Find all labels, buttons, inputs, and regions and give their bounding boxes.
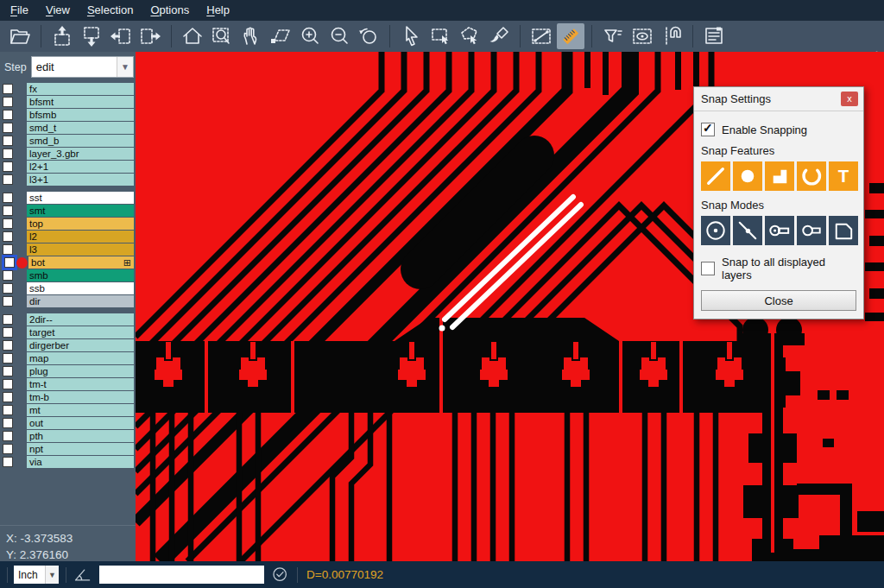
layer-label[interactable]: tm-t — [27, 378, 134, 390]
snap-mode-line-point-button[interactable] — [733, 216, 762, 245]
dialog-close-icon[interactable]: x — [841, 92, 858, 106]
filter-button[interactable] — [599, 23, 627, 49]
angle-mode-button[interactable] — [73, 566, 92, 585]
layer-label[interactable]: smt — [27, 205, 134, 217]
measure-distance-button[interactable] — [527, 23, 555, 49]
unit-select[interactable]: Inch ▼ — [14, 566, 59, 584]
shift-view-left-button[interactable] — [107, 23, 135, 49]
layer-checkbox[interactable] — [3, 314, 13, 325]
layer-label[interactable]: pth — [27, 430, 134, 442]
layer-label[interactable]: dir — [27, 295, 134, 307]
layer-label[interactable]: layer_3.gbr — [27, 148, 134, 160]
layer-checkbox[interactable] — [3, 231, 13, 242]
layer-label[interactable]: top — [27, 218, 134, 230]
layer-checkbox[interactable] — [3, 418, 13, 428]
shift-view-up-button[interactable] — [48, 23, 76, 49]
layer-checkbox[interactable] — [3, 340, 13, 351]
layer-label[interactable]: fx — [27, 83, 134, 95]
snap-mode-slot-side-button[interactable] — [797, 216, 826, 245]
step-select[interactable]: edit ▼ — [31, 56, 134, 78]
layer-checkbox[interactable] — [3, 405, 13, 415]
layer-checkbox[interactable] — [3, 444, 13, 454]
snap-button[interactable] — [658, 23, 685, 49]
layer-checkbox[interactable] — [3, 392, 13, 402]
menu-item-file[interactable]: File — [2, 0, 37, 21]
layer-checkbox[interactable] — [3, 84, 13, 94]
layer-checkbox[interactable] — [3, 218, 13, 229]
pan-hand-button[interactable] — [237, 23, 265, 49]
menu-item-selection[interactable]: Selection — [79, 0, 142, 21]
snap-mode-slot-end-button[interactable] — [765, 216, 794, 245]
layer-label[interactable]: dirgerber — [27, 339, 134, 351]
layer-label[interactable]: via — [27, 456, 134, 468]
shift-view-right-button[interactable] — [136, 23, 164, 49]
layer-checkbox[interactable] — [3, 353, 13, 364]
apply-button[interactable] — [271, 566, 290, 585]
zoom-in-button[interactable] — [296, 23, 324, 49]
zoom-window-button[interactable] — [208, 23, 236, 49]
layer-label[interactable]: l2+1 — [27, 161, 134, 173]
layer-label[interactable]: 2dir-- — [27, 313, 134, 326]
layer-checkbox[interactable] — [3, 205, 13, 216]
layer-checkbox[interactable] — [3, 283, 13, 294]
dialog-title-bar[interactable]: Snap Settings x — [694, 87, 863, 111]
paint-select-button[interactable] — [485, 23, 513, 49]
layer-checkbox[interactable] — [3, 161, 13, 172]
layer-label[interactable]: bfsmt — [27, 96, 134, 108]
home-view-button[interactable] — [179, 23, 206, 49]
layer-checkbox[interactable] — [3, 296, 13, 307]
layer-checkbox[interactable] — [3, 366, 13, 376]
zoom-previous-button[interactable] — [355, 23, 382, 49]
layer-checkbox[interactable] — [3, 457, 13, 467]
report-form-button[interactable] — [700, 23, 728, 49]
menu-item-help[interactable]: Help — [198, 0, 238, 21]
close-button[interactable]: Close — [701, 290, 856, 311]
snap-mode-outline-button[interactable] — [829, 216, 858, 245]
layer-label[interactable]: npt — [27, 443, 134, 455]
snap-feature-arc-button[interactable] — [797, 161, 826, 191]
layer-checkbox[interactable] — [3, 244, 13, 255]
select-rectangle-button[interactable] — [426, 23, 454, 49]
layer-label[interactable]: out — [27, 417, 134, 429]
open-file-button[interactable] — [6, 23, 34, 49]
select-pointer-button[interactable] — [397, 23, 425, 49]
layer-label[interactable]: bfsmb — [27, 109, 134, 121]
snap-feature-text-button[interactable]: T — [829, 161, 858, 191]
layer-label[interactable]: mt — [27, 404, 134, 416]
chevron-down-icon[interactable]: ▼ — [45, 566, 59, 584]
layer-checkbox[interactable] — [3, 379, 13, 389]
view-region-button[interactable] — [628, 23, 656, 49]
layer-label[interactable]: sst — [27, 192, 134, 204]
shift-view-down-button[interactable] — [78, 23, 105, 49]
layer-label[interactable]: tm-b — [27, 391, 134, 403]
layer-checkbox[interactable] — [4, 257, 15, 268]
layer-checkbox[interactable] — [3, 123, 13, 133]
layer-label[interactable]: ssb — [27, 282, 134, 294]
snap-feature-pad-button[interactable] — [733, 161, 762, 191]
layer-label[interactable]: bot ⊞ — [28, 256, 134, 269]
layer-label[interactable]: smb — [27, 269, 134, 281]
snap-feature-line-button[interactable] — [701, 161, 730, 191]
layer-checkbox[interactable] — [3, 270, 13, 281]
zoom-out-button[interactable] — [325, 23, 353, 49]
chevron-down-icon[interactable]: ▼ — [117, 57, 133, 77]
layer-label[interactable]: target — [27, 326, 134, 338]
layer-label[interactable]: map — [27, 352, 134, 364]
layer-checkbox[interactable] — [3, 97, 13, 107]
snap-feature-surface-button[interactable] — [765, 161, 794, 191]
layer-label[interactable]: l3+1 — [27, 174, 134, 186]
layer-checkbox[interactable] — [3, 431, 13, 441]
layer-checkbox[interactable] — [3, 327, 13, 338]
layer-checkbox[interactable] — [3, 174, 13, 185]
zoom-area-button[interactable] — [267, 23, 294, 49]
grid-icon[interactable]: ⊞ — [123, 258, 131, 268]
snap-mode-center-button[interactable] — [701, 216, 730, 245]
layer-label[interactable]: l3 — [27, 243, 134, 256]
menu-item-options[interactable]: Options — [142, 0, 198, 21]
select-polygon-button[interactable] — [456, 23, 483, 49]
coordinate-input[interactable] — [99, 566, 264, 584]
menu-item-view[interactable]: View — [37, 0, 79, 21]
layer-label[interactable]: smd_t — [27, 122, 134, 134]
ruler-button[interactable] — [557, 23, 584, 49]
layer-label[interactable]: l2 — [27, 231, 134, 243]
